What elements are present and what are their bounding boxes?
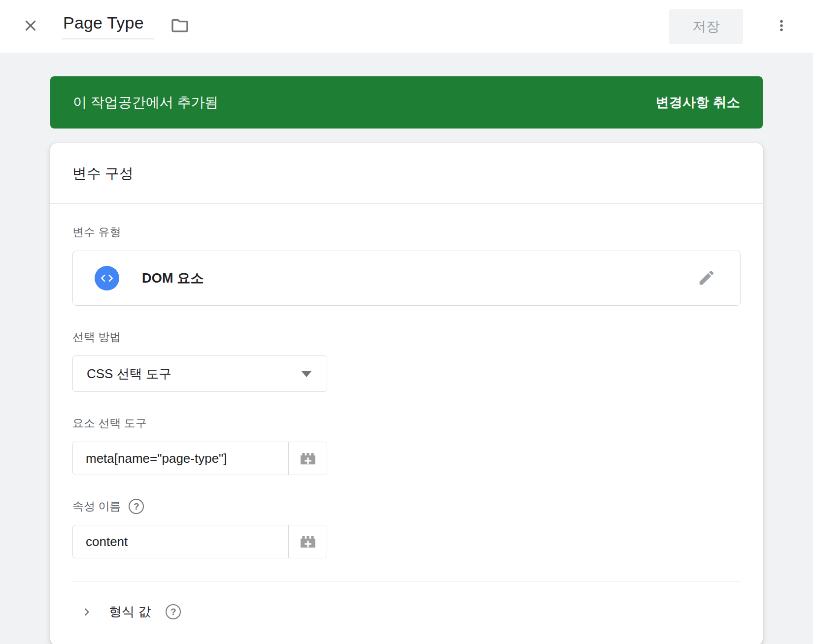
- workspace-status-banner: 이 작업공간에서 추가됨 변경사항 취소: [50, 76, 763, 129]
- format-value-label: 형식 값: [109, 603, 151, 620]
- variable-name-field[interactable]: Page Type: [62, 13, 154, 39]
- element-selector-section: 요소 선택 도구: [72, 416, 741, 475]
- banner-message: 이 작업공간에서 추가됨: [73, 93, 219, 112]
- close-icon: [22, 17, 39, 36]
- element-selector-label: 요소 선택 도구: [72, 416, 741, 431]
- format-value-help-icon[interactable]: ?: [166, 604, 181, 619]
- pencil-icon: [697, 268, 716, 289]
- save-button[interactable]: 저장: [669, 9, 743, 44]
- variable-type-section: 변수 유형 DOM 요소: [72, 225, 741, 306]
- folder-icon: [170, 16, 190, 37]
- selection-method-select[interactable]: CSS 선택 도구: [72, 355, 327, 392]
- folder-button[interactable]: [169, 15, 191, 38]
- attribute-name-label: 속성 이름 ?: [72, 499, 741, 514]
- card-title: 변수 구성: [72, 164, 741, 184]
- lego-brick-plus-icon: [298, 448, 318, 469]
- card-body: 변수 유형 DOM 요소 선택 방법: [50, 204, 763, 558]
- selection-method-label: 선택 방법: [72, 329, 741, 345]
- element-selector-variable-picker-button[interactable]: [288, 442, 327, 475]
- caret-down-icon: [301, 371, 312, 377]
- element-selector-input[interactable]: [73, 442, 288, 475]
- format-value-row[interactable]: 형식 값 ?: [72, 581, 741, 644]
- attribute-name-input[interactable]: [73, 525, 288, 558]
- variable-type-value: DOM 요소: [142, 269, 204, 287]
- attribute-name-inputbox: [72, 525, 327, 558]
- selection-method-value: CSS 선택 도구: [87, 365, 171, 383]
- more-menu-button[interactable]: [771, 11, 792, 42]
- lego-brick-plus-icon: [298, 531, 318, 552]
- attribute-name-help-icon[interactable]: ?: [129, 499, 144, 514]
- attribute-name-label-text: 속성 이름: [72, 499, 121, 514]
- chevron-right-icon: [79, 605, 94, 619]
- variable-type-box[interactable]: DOM 요소: [72, 251, 741, 306]
- edit-variable-type-button[interactable]: [695, 266, 718, 290]
- discard-changes-button[interactable]: 변경사항 취소: [655, 94, 740, 111]
- element-selector-inputbox: [72, 442, 327, 475]
- dom-element-icon: [95, 266, 119, 290]
- card-header: 변수 구성: [50, 143, 763, 204]
- close-button[interactable]: [20, 16, 41, 37]
- top-bar: Page Type 저장: [0, 0, 813, 53]
- attribute-name-variable-picker-button[interactable]: [288, 525, 327, 558]
- main-content: 이 작업공간에서 추가됨 변경사항 취소 변수 구성 변수 유형 DOM 요소: [0, 53, 813, 644]
- selection-method-section: 선택 방법 CSS 선택 도구: [72, 329, 741, 392]
- attribute-name-section: 속성 이름 ?: [72, 499, 741, 558]
- more-vert-icon: [773, 17, 790, 35]
- variable-configuration-card: 변수 구성 변수 유형 DOM 요소: [50, 143, 763, 644]
- variable-type-label: 변수 유형: [72, 225, 741, 240]
- page-title[interactable]: Page Type: [62, 13, 154, 39]
